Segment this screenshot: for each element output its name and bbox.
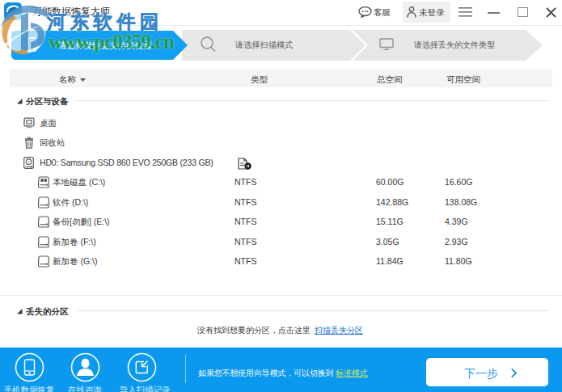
svg-text:请选择扫描模式: 请选择扫描模式 <box>235 40 293 49</box>
svg-text:请选择丢失的文件类型: 请选择丢失的文件类型 <box>413 40 495 49</box>
